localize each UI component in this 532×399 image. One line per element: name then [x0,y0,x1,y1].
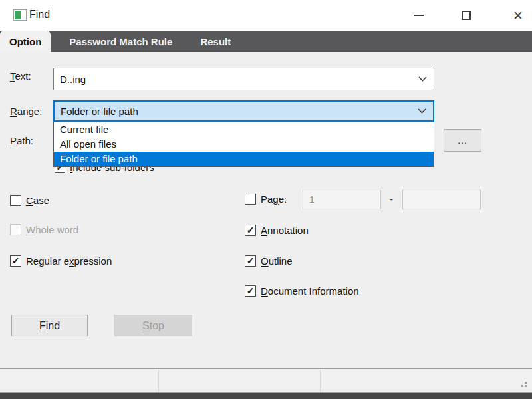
whole-word-checkbox-row[interactable]: Whole word [10,224,78,235]
status-bar [0,368,532,393]
status-bar-divider [158,370,159,392]
range-combobox[interactable]: Folder or file path [53,100,434,122]
chevron-down-icon[interactable] [418,76,427,82]
outline-label: Outline [261,255,293,267]
document-information-label: Document Information [261,285,359,297]
page-to-input[interactable] [402,190,481,209]
checkbox[interactable] [10,255,21,267]
find-dialog: Find ✕ Option Password Match Rule Result… [0,0,532,399]
dropdown-option-current-file[interactable]: Current file [54,122,434,137]
text-label: Text: [10,70,31,82]
annotation-checkbox-row[interactable]: Annotation [245,225,309,236]
tab-password-match-rule[interactable]: Password Match Rule [60,31,182,52]
minimize-icon [414,15,424,16]
case-label: Case [26,195,49,206]
regular-expression-label: Regular expression [26,255,112,267]
checkbox[interactable] [245,194,256,205]
path-label: Path: [10,135,33,146]
annotation-label: Annotation [261,225,309,236]
checkbox[interactable] [10,195,21,206]
page-from-input[interactable]: 1 [303,190,381,209]
tab-result[interactable]: Result [191,31,240,52]
range-selected-value: Folder or file path [55,106,418,117]
status-bar-divider [320,370,321,392]
text-input[interactable] [54,74,418,85]
bottom-edge [0,393,532,399]
page-range-separator: - [390,194,393,205]
dropdown-option-folder-or-file-path[interactable]: Folder or file path [54,152,434,166]
whole-word-label: Whole word [26,224,78,235]
close-icon: ✕ [513,9,523,22]
case-checkbox-row[interactable]: Case [10,195,49,206]
page-checkbox-row[interactable]: Page: [245,194,287,205]
app-icon [13,9,27,21]
checkbox[interactable] [245,225,256,236]
chevron-down-icon[interactable] [418,108,426,114]
outline-checkbox-row[interactable]: Outline [245,255,293,267]
text-combobox[interactable] [53,68,434,90]
checkbox[interactable] [245,285,256,297]
stop-button[interactable]: Stop [114,315,192,336]
tab-option[interactable]: Option [0,31,51,52]
document-information-checkbox-row[interactable]: Document Information [245,285,359,297]
range-dropdown-list: Current file All open files Folder or fi… [53,122,434,167]
window-title: Find [29,9,50,21]
close-button[interactable]: ✕ [503,0,532,31]
page-label: Page: [261,194,287,205]
regular-expression-checkbox-row[interactable]: Regular expression [10,255,112,267]
tab-bar: Option Password Match Rule Result [0,31,532,52]
dropdown-option-all-open-files[interactable]: All open files [54,137,434,152]
resize-grip-icon[interactable] [525,385,527,387]
find-button[interactable]: Find [11,315,88,336]
browse-button[interactable]: ... [444,129,481,152]
minimize-button[interactable] [403,0,434,31]
maximize-icon [462,11,471,20]
option-panel: Text: Range: Folder or file path Path: .… [0,52,532,368]
range-label: Range: [10,106,42,117]
maximize-button[interactable] [451,0,481,31]
checkbox[interactable] [245,255,256,267]
titlebar: Find ✕ [0,0,532,31]
checkbox[interactable] [10,224,21,235]
